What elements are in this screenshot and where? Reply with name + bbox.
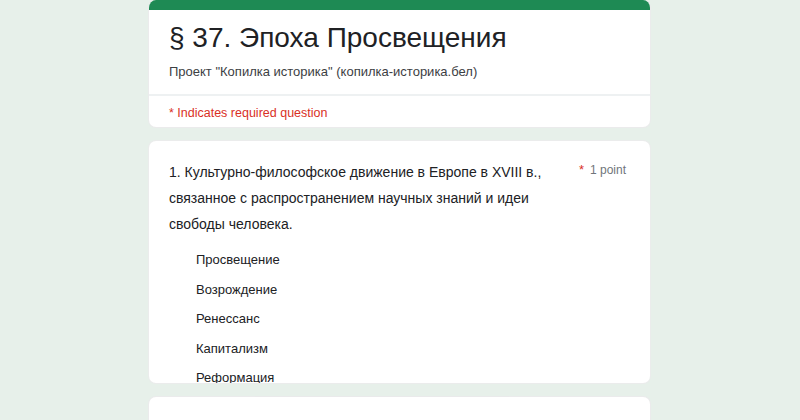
question-text: 1. Культурно-философское движение в Евро… [169, 159, 579, 237]
question-row: 1. Культурно-философское движение в Евро… [169, 159, 626, 237]
answer-option-label: Реформация [196, 370, 274, 384]
answer-option[interactable]: Просвещение [196, 253, 626, 266]
form-header-body: § 37. Эпоха Просвещения Проект "Копилка … [149, 10, 650, 80]
answer-option[interactable]: Ренессанс [196, 312, 626, 325]
points-label: 1 point [590, 163, 626, 177]
answer-option[interactable]: Реформация [196, 371, 626, 384]
required-asterisk: * [579, 162, 584, 177]
answer-option-label: Просвещение [196, 252, 280, 267]
answer-option[interactable]: Капитализм [196, 342, 626, 355]
answer-option-label: Возрождение [196, 282, 277, 297]
form-description: Проект "Копилка историка" (копилка-истор… [169, 64, 630, 80]
header-divider [149, 94, 650, 96]
question-card: 1. Культурно-философское движение в Евро… [148, 140, 651, 384]
next-question-card [148, 396, 651, 420]
answer-option-label: Капитализм [196, 341, 268, 356]
form-title: § 37. Эпоха Просвещения [169, 21, 630, 55]
question-points: *1 point [579, 159, 626, 177]
theme-accent-bar [149, 0, 650, 10]
answer-option[interactable]: Возрождение [196, 283, 626, 296]
required-note: * Indicates required question [169, 106, 630, 121]
form-column: § 37. Эпоха Просвещения Проект "Копилка … [148, 0, 651, 420]
options-list: Просвещение Возрождение Ренессанс Капита… [169, 253, 626, 384]
form-header-card: § 37. Эпоха Просвещения Проект "Копилка … [148, 0, 651, 128]
answer-option-label: Ренессанс [196, 311, 260, 326]
